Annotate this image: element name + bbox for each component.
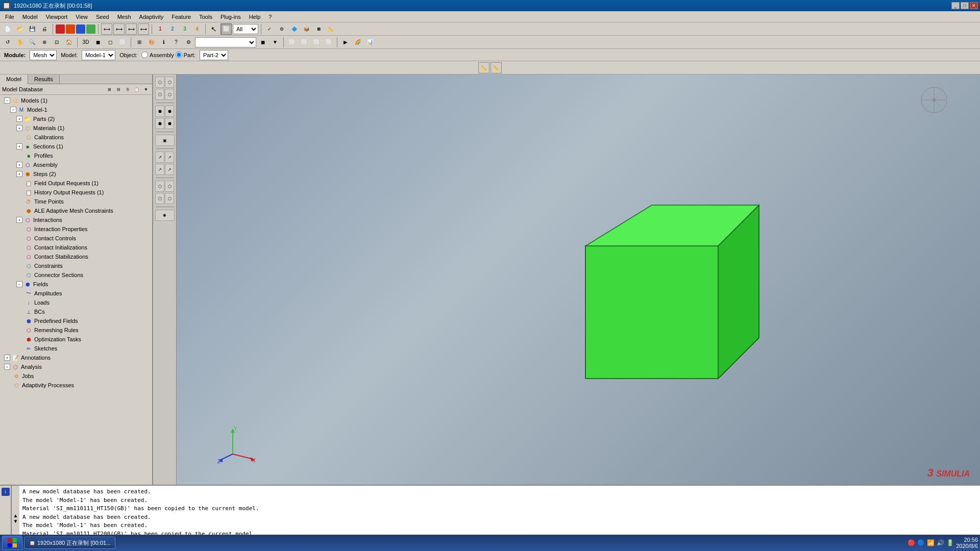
query-info[interactable]: ℹ — [158, 37, 169, 48]
tree-collapse-all[interactable]: ⊟ — [114, 85, 122, 93]
mesh-algo-btn[interactable]: 🔷 — [288, 23, 300, 35]
tree-item-materials[interactable]: + ⬡ Materials (1) — [0, 123, 152, 133]
close-button[interactable]: ✕ — [970, 2, 978, 9]
menu-question[interactable]: ? — [265, 13, 275, 21]
center-btn-1[interactable]: 📐 — [478, 62, 489, 73]
tree-item-amplitudes[interactable]: 〜 Amplitudes — [0, 289, 152, 298]
tree-item-history-output[interactable]: 📋 History Output Requests (1) — [0, 188, 152, 197]
side-btn-2a[interactable]: ⬡ — [155, 89, 164, 100]
new-button[interactable]: 📄 — [2, 23, 13, 35]
tree-item-constraints[interactable]: ⬡ Constraints — [0, 261, 152, 270]
tree-item-predefined-fields[interactable]: ⬢ Predefined Fields — [0, 316, 152, 325]
tb-btn-c[interactable] — [76, 24, 85, 34]
side-btn-6a[interactable]: ↗ — [155, 152, 164, 163]
view-reset[interactable]: 🏠 — [63, 37, 75, 48]
view-zoom[interactable]: 🔍 — [27, 37, 38, 48]
console-scroll-up[interactable]: ▲ — [13, 513, 18, 518]
side-btn-6b[interactable]: ↗ — [165, 152, 174, 163]
tree-filter[interactable]: ▼ — [142, 85, 150, 93]
console-scroll-down[interactable]: ▼ — [13, 518, 18, 524]
mesh-btn-active[interactable]: ⬜ — [220, 23, 232, 35]
report-btn[interactable]: 📊 — [364, 37, 376, 48]
toggle-sections[interactable]: + — [16, 143, 22, 149]
tree-item-models[interactable]: − 🗂 Models (1) — [0, 96, 152, 105]
menu-viewport[interactable]: Viewport — [43, 13, 71, 21]
color-map-btn[interactable]: 🌈 — [352, 37, 363, 48]
tree-item-adaptivity-processes[interactable]: ⬡ Adaptivity Processes — [0, 381, 152, 390]
menu-view[interactable]: View — [72, 13, 91, 21]
module-select[interactable]: Mesh — [30, 50, 57, 60]
display-color[interactable]: 🎨 — [146, 37, 157, 48]
tree-item-field-output[interactable]: 📋 Field Output Requests (1) — [0, 179, 152, 188]
mesh-defaults-select[interactable]: Mesh defaults — [195, 37, 256, 47]
tree-item-bcs[interactable]: ⊥ BCs — [0, 307, 152, 316]
toggle-fields[interactable]: − — [16, 281, 22, 287]
tree-item-connector-sections[interactable]: ⬡ Connector Sections — [0, 270, 152, 280]
menu-mesh[interactable]: Mesh — [114, 13, 134, 21]
side-btn-2b[interactable]: ⬡ — [165, 89, 174, 100]
side-btn-7a[interactable]: ↗ — [155, 164, 164, 175]
tree-item-time-points[interactable]: ⏱ Time Points — [0, 197, 152, 206]
viewport[interactable]: Y X Z Y X — [177, 74, 980, 485]
toggle-model1[interactable]: − — [10, 107, 16, 113]
mesh-ctrl-btn[interactable]: ⚙ — [276, 23, 287, 35]
tree-item-analysis[interactable]: − ⬡ Analysis — [0, 362, 152, 371]
side-btn-8b[interactable]: ⬡ — [165, 181, 174, 192]
tab-model[interactable]: Model — [0, 74, 28, 84]
verify-btn[interactable]: ✓ — [264, 23, 275, 35]
tree-expand-all[interactable]: ⊞ — [105, 85, 113, 93]
display-grp[interactable]: ⊞ — [134, 37, 145, 48]
center-btn-2[interactable]: 📐 — [491, 62, 502, 73]
tree-item-sections[interactable]: + ■ Sections (1) — [0, 142, 152, 151]
tree-item-calibrations[interactable]: ⬡ Calibrations — [0, 133, 152, 142]
seed-btn-1[interactable]: ⟷ — [101, 23, 112, 35]
seed-btn-2[interactable]: ⟷ — [113, 23, 125, 35]
num-4[interactable]: 4 — [191, 23, 203, 35]
select-arrow[interactable]: ↖ — [208, 23, 219, 35]
num-1[interactable]: 1 — [155, 23, 166, 35]
view-3d[interactable]: 3D — [80, 37, 91, 48]
maximize-button[interactable]: □ — [961, 2, 969, 9]
side-btn-8a[interactable]: ⬡ — [155, 181, 164, 192]
tree-item-steps[interactable]: + ⬢ Steps (2) — [0, 169, 152, 179]
taskbar-abaqus[interactable]: 🔲 980x551 正在录制 [00:01... — [24, 537, 115, 549]
tree-item-profiles[interactable]: ■ Profiles — [0, 151, 152, 160]
options[interactable]: ⚙ — [183, 37, 194, 48]
tree-paste[interactable]: 📋 — [133, 85, 141, 93]
display-view-4[interactable]: ⬜ — [323, 37, 334, 48]
seed-btn-4[interactable]: ⟷ — [138, 23, 149, 35]
tree-copy[interactable]: ⎘ — [124, 85, 132, 93]
tree-item-contact-controls[interactable]: ⬡ Contact Controls — [0, 234, 152, 243]
toggle-parts[interactable]: + — [16, 116, 22, 122]
display-view-1[interactable]: ⬜ — [286, 37, 298, 48]
view-pan[interactable]: ✋ — [14, 37, 26, 48]
menu-feature[interactable]: Feature — [168, 13, 194, 21]
view-rotate[interactable]: ↺ — [2, 37, 13, 48]
menu-help[interactable]: Help — [246, 13, 264, 21]
num-2[interactable]: 2 — [167, 23, 178, 35]
mesh-part-btn[interactable]: 📦 — [301, 23, 312, 35]
menu-adaptivity[interactable]: Adaptivity — [136, 13, 167, 21]
animate-btn[interactable]: ▶ — [340, 37, 351, 48]
tree-item-ale[interactable]: ⬢ ALE Adaptive Mesh Constraints — [0, 206, 152, 215]
tree-item-optimization[interactable]: ⬢ Optimization Tasks — [0, 335, 152, 344]
tree-item-jobs[interactable]: ⚙ Jobs — [0, 371, 152, 381]
tree-item-interactions[interactable]: + ⬡ Interactions — [0, 215, 152, 224]
toggle-analysis[interactable]: − — [4, 364, 10, 370]
toggle-annotations[interactable]: + — [4, 355, 10, 361]
tree-item-contact-init[interactable]: ⬡ Contact Initializations — [0, 243, 152, 252]
side-btn-4b[interactable]: ⬢ — [165, 118, 174, 129]
view-shaded[interactable]: ◼ — [92, 37, 104, 48]
side-btn-5[interactable]: ▣ — [155, 135, 175, 146]
titlebar-controls[interactable]: _ □ ✕ — [951, 2, 978, 9]
tree-item-contact-stab[interactable]: ⬡ Contact Stabilizations — [0, 252, 152, 261]
part-radio[interactable] — [176, 52, 182, 58]
menu-model[interactable]: Model — [19, 13, 41, 21]
tb-btn-b[interactable] — [66, 24, 75, 34]
model-select[interactable]: Model-1 — [82, 50, 115, 60]
side-btn-1b[interactable]: ⬡ — [165, 77, 174, 88]
assembly-radio[interactable] — [141, 52, 148, 58]
tree-item-interaction-props[interactable]: ⬡ Interaction Properties — [0, 224, 152, 234]
tree-item-loads[interactable]: ↓ Loads — [0, 298, 152, 307]
menu-seed[interactable]: Seed — [93, 13, 112, 21]
